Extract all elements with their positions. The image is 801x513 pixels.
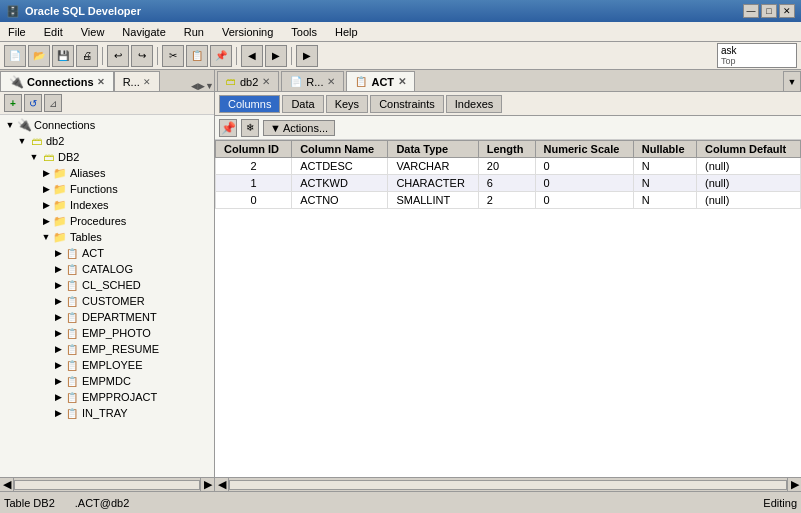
print-button[interactable]: 🖨 (76, 45, 98, 67)
tree-area[interactable]: ▼ 🔌 Connections ▼ 🗃 db2 ▼ 🗃 DB2 ▶ (0, 115, 214, 477)
tab-keys[interactable]: Keys (326, 95, 368, 113)
add-connection-button[interactable]: + (4, 94, 22, 112)
employee-arrow[interactable]: ▶ (52, 360, 64, 370)
save-button[interactable]: 💾 (52, 45, 74, 67)
empprojact-arrow[interactable]: ▶ (52, 392, 64, 402)
undo-button[interactable]: ↩ (107, 45, 129, 67)
back-button[interactable]: ◀ (241, 45, 263, 67)
editor-tab-r[interactable]: 📄 R... ✕ (281, 71, 344, 91)
menu-versioning[interactable]: Versioning (218, 25, 277, 39)
paste-button[interactable]: 📌 (210, 45, 232, 67)
aliases-arrow[interactable]: ▶ (40, 168, 52, 178)
table-row[interactable]: 0 ACTNO SMALLINT 2 0 N (null) (216, 192, 801, 209)
pin-button[interactable]: 📌 (219, 119, 237, 137)
close-button[interactable]: ✕ (779, 4, 795, 18)
hscroll-track[interactable] (14, 480, 200, 490)
catalog-arrow[interactable]: ▶ (52, 264, 64, 274)
tree-in-tray[interactable]: ▶ 📋 IN_TRAY (0, 405, 214, 421)
copy-button[interactable]: 📋 (186, 45, 208, 67)
tree-aliases[interactable]: ▶ 📁 Aliases (0, 165, 214, 181)
tree-tables[interactable]: ▼ 📁 Tables (0, 229, 214, 245)
empmdc-arrow[interactable]: ▶ (52, 376, 64, 386)
tree-db2[interactable]: ▼ 🗃 db2 (0, 133, 214, 149)
tree-cl-sched[interactable]: ▶ 📋 CL_SCHED (0, 277, 214, 293)
open-button[interactable]: 📂 (28, 45, 50, 67)
tree-act[interactable]: ▶ 📋 ACT (0, 245, 214, 261)
tab-data[interactable]: Data (282, 95, 323, 113)
hscroll-right[interactable]: ▶ (200, 478, 214, 491)
tree-functions[interactable]: ▶ 📁 Functions (0, 181, 214, 197)
emp-photo-arrow[interactable]: ▶ (52, 328, 64, 338)
in-tray-arrow[interactable]: ▶ (52, 408, 64, 418)
r-tab[interactable]: R... ✕ (114, 71, 160, 91)
tree-emp-photo[interactable]: ▶ 📋 EMP_PHOTO (0, 325, 214, 341)
hscroll-left[interactable]: ◀ (0, 478, 14, 491)
tab-columns[interactable]: Columns (219, 95, 280, 113)
db2sub-arrow[interactable]: ▼ (28, 152, 40, 162)
table-hscroll-left[interactable]: ◀ (215, 478, 229, 491)
connections-tab[interactable]: 🔌 Connections ✕ (0, 71, 114, 91)
menu-run[interactable]: Run (180, 25, 208, 39)
tree-procedures[interactable]: ▶ 📁 Procedures (0, 213, 214, 229)
editor-tab-scroll[interactable]: ▼ (783, 71, 801, 91)
customer-arrow[interactable]: ▶ (52, 296, 64, 306)
menu-file[interactable]: File (4, 25, 30, 39)
connections-arrow[interactable]: ▼ (4, 120, 16, 130)
table-hscroll-right[interactable]: ▶ (787, 478, 801, 491)
tree-employee[interactable]: ▶ 📋 EMPLOYEE (0, 357, 214, 373)
freeze-button[interactable]: ❄ (241, 119, 259, 137)
tree-catalog[interactable]: ▶ 📋 CATALOG (0, 261, 214, 277)
cut-button[interactable]: ✂ (162, 45, 184, 67)
cl-sched-arrow[interactable]: ▶ (52, 280, 64, 290)
table-hscroll[interactable]: ◀ ▶ (215, 477, 801, 491)
tables-arrow[interactable]: ▼ (40, 232, 52, 242)
tab-constraints[interactable]: Constraints (370, 95, 444, 113)
menu-edit[interactable]: Edit (40, 25, 67, 39)
actions-button[interactable]: ▼ Actions... (263, 120, 335, 136)
menu-help[interactable]: Help (331, 25, 362, 39)
indexes-arrow[interactable]: ▶ (40, 200, 52, 210)
connections-tab-close[interactable]: ✕ (97, 77, 105, 87)
forward-button[interactable]: ▶ (265, 45, 287, 67)
panel-scroll-right[interactable]: ▶ (198, 81, 205, 91)
db2-arrow[interactable]: ▼ (16, 136, 28, 146)
tree-empprojact[interactable]: ▶ 📋 EMPPROJACT (0, 389, 214, 405)
menu-view[interactable]: View (77, 25, 109, 39)
table-row[interactable]: 2 ACTDESC VARCHAR 20 0 N (null) (216, 158, 801, 175)
minimize-button[interactable]: — (743, 4, 759, 18)
act-tab-close[interactable]: ✕ (398, 76, 406, 87)
procedures-arrow[interactable]: ▶ (40, 216, 52, 226)
tree-emp-resume[interactable]: ▶ 📋 EMP_RESUME (0, 341, 214, 357)
tree-department[interactable]: ▶ 📋 DEPARTMENT (0, 309, 214, 325)
tree-indexes[interactable]: ▶ 📁 Indexes (0, 197, 214, 213)
refresh-button[interactable]: ↺ (24, 94, 42, 112)
menu-tools[interactable]: Tools (287, 25, 321, 39)
table-hscroll-track[interactable] (229, 480, 787, 490)
panel-scroll-left[interactable]: ◀ (191, 81, 198, 91)
tree-db2-sub[interactable]: ▼ 🗃 DB2 (0, 149, 214, 165)
tree-root-connections[interactable]: ▼ 🔌 Connections (0, 117, 214, 133)
r-tab-close[interactable]: ✕ (327, 76, 335, 87)
tab-indexes[interactable]: Indexes (446, 95, 503, 113)
tree-empmdc[interactable]: ▶ 📋 EMPMDC (0, 373, 214, 389)
menu-navigate[interactable]: Navigate (118, 25, 169, 39)
run-button[interactable]: ▶ (296, 45, 318, 67)
act-arrow[interactable]: ▶ (52, 248, 64, 258)
editor-tab-act[interactable]: 📋 ACT ✕ (346, 71, 415, 91)
r-tab-close[interactable]: ✕ (143, 77, 151, 87)
filter-button[interactable]: ⊿ (44, 94, 62, 112)
tree-hscroll[interactable]: ◀ ▶ (0, 477, 214, 491)
new-button[interactable]: 📄 (4, 45, 26, 67)
editor-tab-db2[interactable]: 🗃 db2 ✕ (217, 71, 279, 91)
redo-button[interactable]: ↪ (131, 45, 153, 67)
functions-arrow[interactable]: ▶ (40, 184, 52, 194)
tree-customer[interactable]: ▶ 📋 CUSTOMER (0, 293, 214, 309)
procedures-icon: 📁 (52, 214, 68, 228)
panel-tab-menu[interactable]: ▼ (205, 81, 214, 91)
panel-tabs: 🔌 Connections ✕ R... ✕ ◀ ▶ ▼ (0, 70, 214, 92)
department-arrow[interactable]: ▶ (52, 312, 64, 322)
db2-tab-close[interactable]: ✕ (262, 76, 270, 87)
maximize-button[interactable]: □ (761, 4, 777, 18)
table-row[interactable]: 1 ACTKWD CHARACTER 6 0 N (null) (216, 175, 801, 192)
emp-resume-arrow[interactable]: ▶ (52, 344, 64, 354)
